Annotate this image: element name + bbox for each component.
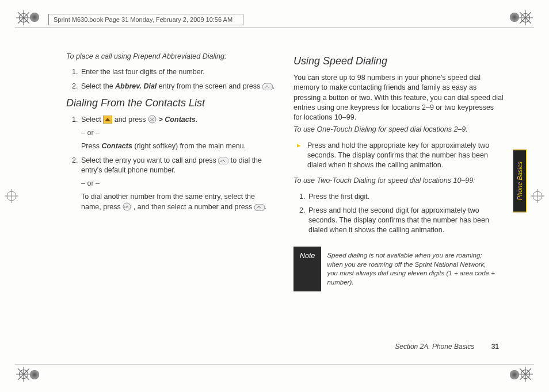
list-item: Press the first digit.	[307, 192, 504, 202]
list-item: Press and hold the second digit for appr…	[307, 206, 504, 235]
lead-text: To place a call using Prepend Abbreviate…	[66, 52, 276, 62]
list-item: Select and press OK > Contacts. – or – P…	[80, 115, 276, 151]
talk-key-icon	[254, 204, 265, 211]
list-item: Select the Abbrev. Dial entry from the s…	[80, 82, 276, 91]
talk-key-icon	[262, 83, 273, 90]
text: Press	[81, 142, 101, 150]
subhead-one-touch: To use One-Touch Dialing for speed dial …	[293, 125, 504, 134]
subhead-two-touch: To use Two-Touch Dialing for speed dial …	[293, 176, 504, 186]
section-label: Section 2A. Phone Basics	[395, 343, 474, 351]
heading-dialing-contacts: Dialing From the Contacts List	[66, 97, 276, 109]
contacts-label: > Contacts	[159, 116, 196, 124]
abbrev-dial-label: Abbrev. Dial	[115, 82, 157, 90]
crop-line-bottom	[15, 364, 534, 364]
heading-speed-dialing: Using Speed Dialing	[293, 55, 504, 67]
list-item: Select the entry you want to call and pr…	[80, 156, 276, 212]
register-mark-icon	[16, 10, 31, 25]
intro-text: You can store up to 98 numbers in your p…	[293, 73, 504, 122]
svg-text:OK: OK	[150, 118, 154, 121]
left-column: To place a call using Prepend Abbreviate…	[66, 52, 276, 291]
right-column: Using Speed Dialing You can store up to …	[293, 52, 504, 291]
note-text: Speed dialing is not available when you …	[321, 247, 504, 291]
crosshair-icon	[5, 189, 18, 203]
text: Select	[81, 116, 103, 124]
disc-icon	[30, 370, 39, 379]
crop-line-top	[15, 28, 534, 28]
text: .	[196, 116, 197, 124]
or-divider: – or –	[81, 128, 276, 138]
text: Press Contacts (right softkey) from the …	[81, 141, 276, 151]
crosshair-icon	[531, 189, 544, 203]
list-item: Enter the last four digits of the number…	[80, 67, 276, 77]
disc-icon	[510, 370, 519, 379]
register-mark-icon	[518, 367, 533, 382]
register-mark-icon	[518, 10, 533, 25]
home-icon	[103, 116, 112, 124]
disc-icon	[30, 13, 39, 22]
page-number: 31	[491, 343, 499, 351]
talk-key-icon	[218, 157, 228, 164]
or-divider: – or –	[81, 179, 276, 189]
contacts-softkey-label: Contacts	[101, 142, 132, 150]
bullet-item: Press and hold the appropriate key for a…	[293, 141, 504, 171]
note-box: Note Speed dialing is not available when…	[293, 247, 504, 291]
menu-ok-icon: OK	[148, 115, 157, 124]
note-label: Note	[293, 247, 321, 291]
disc-icon	[510, 13, 519, 22]
svg-rect-26	[262, 83, 273, 90]
section-tab: Phone Basics	[513, 149, 527, 212]
text: To dial another number from the same ent…	[81, 192, 276, 212]
text: entry from the screen and press	[157, 82, 262, 90]
text: .	[265, 203, 266, 211]
svg-text:OK: OK	[124, 205, 129, 209]
text: and press	[115, 116, 148, 124]
text: (right softkey) from the main menu.	[132, 142, 246, 150]
svg-rect-33	[254, 204, 265, 211]
text: Select the entry you want to call and pr…	[81, 156, 218, 164]
text: .	[273, 82, 274, 90]
register-mark-icon	[16, 367, 31, 382]
menu-ok-icon: OK	[123, 202, 131, 211]
text: , and then select a number and press	[134, 203, 254, 211]
step-text: Enter the last four digits of the number…	[81, 68, 205, 76]
page-footer: Section 2A. Phone Basics 31	[395, 343, 499, 351]
svg-rect-30	[218, 157, 228, 164]
text: Select the	[81, 82, 115, 90]
page-header: Sprint M630.book Page 31 Monday, Februar…	[48, 14, 243, 25]
